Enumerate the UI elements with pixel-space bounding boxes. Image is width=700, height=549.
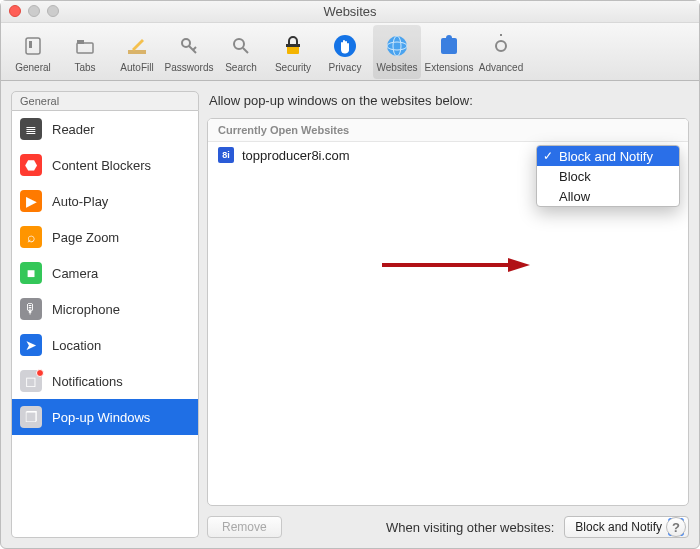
sidebar-item-content-blockers[interactable]: ⬣Content Blockers <box>12 147 198 183</box>
zoom-window-button[interactable] <box>47 5 59 17</box>
other-sites-label: When visiting other websites: <box>386 520 554 535</box>
toolbar-security[interactable]: Security <box>269 25 317 79</box>
sidebar-item-label: Content Blockers <box>52 158 151 173</box>
globe-icon <box>383 32 411 60</box>
svg-point-14 <box>387 36 407 56</box>
svg-line-8 <box>193 47 196 50</box>
sidebar-item-pop-up-windows[interactable]: ❐Pop-up Windows <box>12 399 198 435</box>
svg-rect-2 <box>77 43 93 53</box>
sidebar-item-location[interactable]: ➤Location <box>12 327 198 363</box>
location-icon: ➤ <box>20 334 42 356</box>
stop-icon: ⬣ <box>20 154 42 176</box>
toolbar-websites[interactable]: Websites <box>373 25 421 79</box>
window-title: Websites <box>323 4 376 19</box>
search-icon <box>227 32 255 60</box>
toolbar-autofill[interactable]: AutoFill <box>113 25 161 79</box>
sidebar-item-auto-play[interactable]: ▶Auto-Play <box>12 183 198 219</box>
sidebar-item-label: Auto-Play <box>52 194 108 209</box>
svg-rect-3 <box>77 40 84 44</box>
toolbar-label: Security <box>275 62 311 73</box>
dropdown-option-allow[interactable]: Allow <box>537 186 679 206</box>
help-glyph: ? <box>672 520 680 535</box>
sidebar-item-label: Camera <box>52 266 98 281</box>
toolbar-general[interactable]: General <box>9 25 57 79</box>
titlebar: Websites <box>1 1 699 23</box>
help-button[interactable]: ? <box>666 517 686 537</box>
sidebar-item-reader[interactable]: ≣Reader <box>12 111 198 147</box>
svg-line-10 <box>243 48 248 53</box>
toolbar-advanced[interactable]: Advanced <box>477 25 525 79</box>
main-heading: Allow pop-up windows on the websites bel… <box>207 91 689 112</box>
gear-icon <box>487 32 515 60</box>
toolbar-passwords[interactable]: Passwords <box>165 25 213 79</box>
sidebar-item-label: Location <box>52 338 101 353</box>
toolbar-extensions[interactable]: Extensions <box>425 25 473 79</box>
hand-icon <box>331 32 359 60</box>
sidebar-list: ≣Reader⬣Content Blockers▶Auto-Play⌕Page … <box>11 111 199 538</box>
svg-marker-5 <box>132 39 144 51</box>
dropdown-option-block[interactable]: Block <box>537 166 679 186</box>
toolbar-label: Websites <box>377 62 418 73</box>
traffic-lights <box>9 5 59 17</box>
puzzle-icon <box>435 32 463 60</box>
toolbar-label: AutoFill <box>120 62 153 73</box>
svg-rect-12 <box>286 44 300 47</box>
sidebar-item-label: Reader <box>52 122 95 137</box>
sidebar-item-label: Notifications <box>52 374 123 389</box>
tab-icon <box>71 32 99 60</box>
sidebar-item-label: Pop-up Windows <box>52 410 150 425</box>
mic-icon: 🎙 <box>20 298 42 320</box>
toolbar-label: Extensions <box>425 62 474 73</box>
minimize-window-button[interactable] <box>28 5 40 17</box>
sidebar-header: General <box>11 91 199 111</box>
reader-icon: ≣ <box>20 118 42 140</box>
close-window-button[interactable] <box>9 5 21 17</box>
preferences-window: Websites GeneralTabsAutoFillPasswordsSea… <box>0 0 700 549</box>
svg-marker-29 <box>508 258 530 272</box>
svg-point-9 <box>234 39 244 49</box>
toolbar-tabs[interactable]: Tabs <box>61 25 109 79</box>
pencil-icon <box>123 32 151 60</box>
svg-point-18 <box>446 35 452 41</box>
popup-icon: ❐ <box>20 406 42 428</box>
content-area: General ≣Reader⬣Content Blockers▶Auto-Pl… <box>1 81 699 548</box>
remove-button[interactable]: Remove <box>207 516 282 538</box>
svg-point-19 <box>496 41 506 51</box>
sidebar-item-label: Microphone <box>52 302 120 317</box>
camera-icon: ■ <box>20 262 42 284</box>
toolbar-label: Advanced <box>479 62 523 73</box>
list-body: 8itopproducer8i.com Block and NotifyBloc… <box>208 142 688 505</box>
toolbar-label: Passwords <box>165 62 214 73</box>
preferences-toolbar: GeneralTabsAutoFillPasswordsSearchSecuri… <box>1 23 699 81</box>
other-sites-value: Block and Notify <box>575 520 662 534</box>
toolbar-privacy[interactable]: Privacy <box>321 25 369 79</box>
popup-policy-dropdown[interactable]: Block and NotifyBlockAllow <box>536 145 680 207</box>
footer-bar: Remove When visiting other websites: Blo… <box>207 512 689 538</box>
toolbar-label: Search <box>225 62 257 73</box>
sidebar: General ≣Reader⬣Content Blockers▶Auto-Pl… <box>11 91 199 538</box>
site-favicon-icon: 8i <box>218 147 234 163</box>
sidebar-item-microphone[interactable]: 🎙Microphone <box>12 291 198 327</box>
toolbar-search[interactable]: Search <box>217 25 265 79</box>
sidebar-item-page-zoom[interactable]: ⌕Page Zoom <box>12 219 198 255</box>
play-icon: ▶ <box>20 190 42 212</box>
toolbar-label: Privacy <box>329 62 362 73</box>
annotation-arrow-icon <box>380 258 530 272</box>
zoom-icon: ⌕ <box>20 226 42 248</box>
svg-rect-4 <box>128 50 146 54</box>
toolbar-label: Tabs <box>74 62 95 73</box>
svg-rect-0 <box>26 38 40 54</box>
site-domain: topproducer8i.com <box>242 148 350 163</box>
svg-point-6 <box>182 39 190 47</box>
sidebar-item-camera[interactable]: ■Camera <box>12 255 198 291</box>
sidebar-item-notifications[interactable]: ◻Notifications <box>12 363 198 399</box>
lock-icon <box>279 32 307 60</box>
dropdown-option-block-and-notify[interactable]: Block and Notify <box>537 146 679 166</box>
websites-listbox: Currently Open Websites 8itopproducer8i.… <box>207 118 689 506</box>
svg-rect-1 <box>29 41 32 48</box>
remove-button-label: Remove <box>222 520 267 534</box>
sidebar-item-label: Page Zoom <box>52 230 119 245</box>
switch-icon <box>19 32 47 60</box>
key-icon <box>175 32 203 60</box>
list-header: Currently Open Websites <box>208 119 688 142</box>
